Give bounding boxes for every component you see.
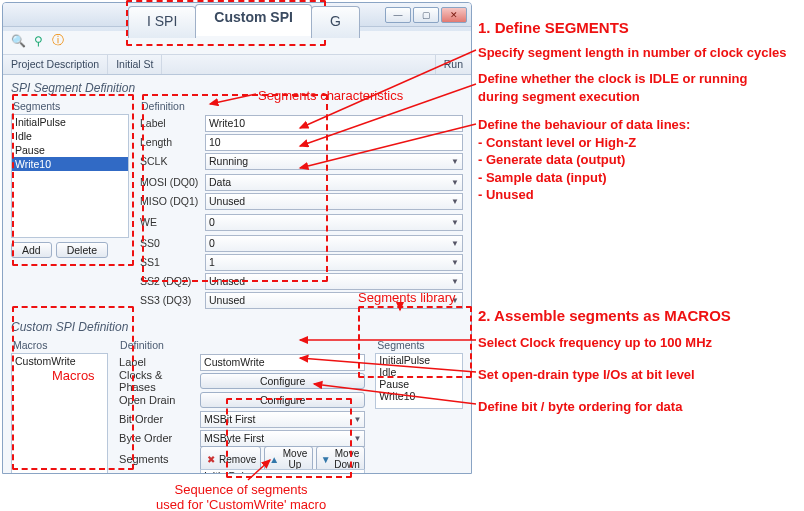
- annot-label: Segments library: [358, 290, 456, 305]
- field-label: Segments: [118, 453, 200, 465]
- ss0-combo[interactable]: 0▼: [205, 235, 463, 252]
- tab-custom-spi[interactable]: Custom SPI: [195, 4, 312, 36]
- length-input[interactable]: [205, 134, 463, 151]
- field-label: Byte Order: [118, 432, 200, 444]
- info-icon[interactable]: ⓘ: [51, 34, 65, 48]
- miso-combo[interactable]: Unused▼: [205, 193, 463, 210]
- seglib-listbox[interactable]: InitialPulse Idle Pause Write10: [375, 353, 463, 409]
- list-item[interactable]: Write10: [376, 390, 462, 402]
- remove-icon: ✖: [205, 454, 216, 465]
- list-item[interactable]: InitialPulse: [201, 470, 364, 473]
- maximize-button[interactable]: ▢: [413, 7, 439, 23]
- tab-g[interactable]: G: [311, 6, 360, 38]
- annot-block1: 1. Define SEGMENTS: [478, 18, 629, 38]
- annot-label: Segments characteristics: [258, 88, 403, 103]
- tab-project-description[interactable]: Project Description: [3, 55, 108, 74]
- list-item[interactable]: Write10: [12, 157, 128, 171]
- field-label: SS0: [139, 237, 205, 249]
- segments-label: Segments: [11, 99, 129, 114]
- delete-segment-button[interactable]: Delete: [56, 242, 108, 258]
- segments-panel: Segments InitialPulse Idle Pause Write10…: [11, 99, 129, 310]
- list-item[interactable]: Pause: [12, 143, 128, 157]
- macros-label: Macros: [11, 338, 108, 353]
- app-window: — ▢ ✕ 🔍 ⚲ ⓘ Project Description Initial …: [2, 2, 472, 474]
- add-segment-button[interactable]: Add: [11, 242, 52, 258]
- segment-definition-grid: Definition Label Length SCLKRunning▼ MOS…: [139, 99, 463, 310]
- ss1-combo[interactable]: 1▼: [205, 254, 463, 271]
- annot-text: Define the behaviour of data lines: - Co…: [478, 116, 690, 204]
- configure-opendrain-button[interactable]: Configure: [200, 392, 365, 408]
- close-button[interactable]: ✕: [441, 7, 467, 23]
- macro-label-input[interactable]: [200, 354, 365, 371]
- list-item[interactable]: CustomWrite: [12, 354, 107, 368]
- configure-clocks-button[interactable]: Configure: [200, 373, 365, 389]
- byteorder-combo[interactable]: MSByte First▼: [200, 430, 365, 447]
- arrow-down-icon: ▼: [321, 454, 331, 465]
- group-title-cust: Custom SPI Definition: [11, 320, 463, 334]
- field-label: SS1: [139, 256, 205, 268]
- segments-library-panel: Segments InitialPulse Idle Pause Write10…: [375, 338, 463, 473]
- annot-text: Define bit / byte ordering for data: [478, 398, 682, 416]
- field-label: Clocks & Phases: [118, 369, 200, 393]
- annot-text: Set open-drain type I/Os at bit level: [478, 366, 695, 384]
- annot-text: Specify segment length in number of cloc…: [478, 44, 786, 62]
- tab-initial[interactable]: Initial St: [108, 55, 162, 74]
- tab-spacer: [162, 55, 435, 74]
- field-label: SCLK: [139, 155, 205, 167]
- mosi-combo[interactable]: Data▼: [205, 174, 463, 191]
- list-item[interactable]: InitialPulse: [376, 354, 462, 366]
- field-label: Length: [139, 136, 205, 148]
- definition-label: Definition: [118, 338, 365, 353]
- macro-definition-grid: Definition Label Clocks & PhasesConfigur…: [118, 338, 365, 473]
- field-label: Label: [139, 117, 205, 129]
- field-label: WE: [139, 216, 205, 228]
- field-label: MISO (DQ1): [139, 195, 205, 207]
- search-icon[interactable]: 🔍: [11, 34, 25, 48]
- seglib-label: Segments: [375, 338, 463, 353]
- field-label: SS2 (DQ2): [139, 275, 205, 287]
- tab-run[interactable]: Run: [436, 55, 471, 74]
- subtabs: Project Description Initial St Run: [3, 55, 471, 75]
- label-input[interactable]: [205, 115, 463, 132]
- ss2-combo[interactable]: Unused▼: [205, 273, 463, 290]
- annot-block2: 2. Assemble segments as MACROS: [478, 306, 731, 326]
- tab-spi[interactable]: I SPI: [128, 6, 196, 38]
- annot-label: Sequence of segmentsused for 'CustomWrit…: [156, 482, 326, 511]
- bitorder-combo[interactable]: MSBit First▼: [200, 411, 365, 428]
- field-label: SS3 (DQ3): [139, 294, 205, 306]
- segments-listbox[interactable]: InitialPulse Idle Pause Write10: [11, 114, 129, 238]
- macros-panel: Macros CustomWrite Add Delete: [11, 338, 108, 473]
- annot-text: Select Clock frequency up to 100 MHz: [478, 334, 712, 352]
- field-label: Open Drain: [118, 394, 200, 406]
- arrow-up-icon: ▲: [269, 454, 279, 465]
- connect-icon[interactable]: ⚲: [31, 34, 45, 48]
- list-item[interactable]: InitialPulse: [12, 115, 128, 129]
- field-label: MOSI (DQ0): [139, 176, 205, 188]
- annot-label: Macros: [52, 368, 95, 383]
- sclk-combo[interactable]: Running▼: [205, 153, 463, 170]
- list-item[interactable]: Idle: [376, 366, 462, 378]
- field-label: Bit Order: [118, 413, 200, 425]
- field-label: Label: [118, 356, 200, 368]
- list-item[interactable]: Pause: [376, 378, 462, 390]
- sequence-listbox[interactable]: InitialPulse Idle Pause Write10 Pause Id…: [200, 469, 365, 473]
- list-item[interactable]: Idle: [12, 129, 128, 143]
- minimize-button[interactable]: —: [385, 7, 411, 23]
- annot-text: Define whether the clock is IDLE or runn…: [478, 70, 747, 105]
- we-combo[interactable]: 0▼: [205, 214, 463, 231]
